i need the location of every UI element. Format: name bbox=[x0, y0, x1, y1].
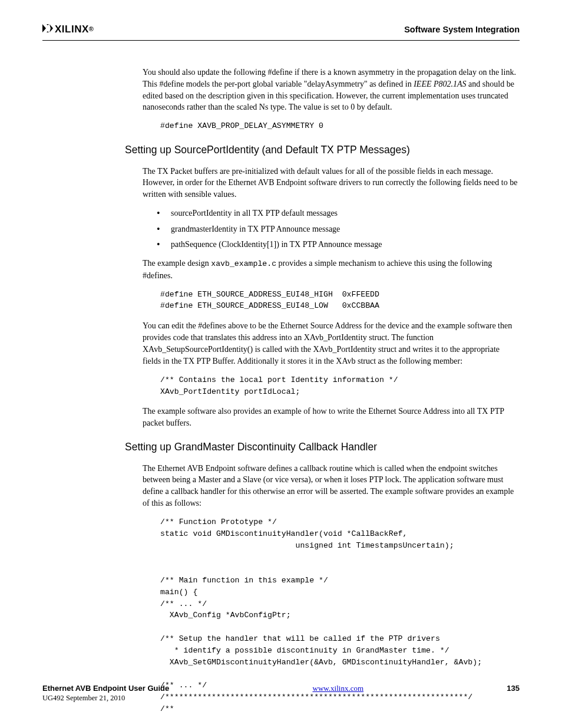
page-header-title: Software System Integration bbox=[404, 24, 520, 35]
list-item: sourcePortIdentity in all TX PTP default… bbox=[157, 207, 520, 219]
list-item: pathSequence (ClockIdentity[1]) in TX PT… bbox=[157, 239, 520, 251]
section-heading: Setting up GrandMaster Discontinuity Cal… bbox=[125, 440, 520, 454]
paragraph: The example design xavb_example.c provid… bbox=[143, 258, 520, 282]
paragraph: The Ethernet AVB Endpoint software defin… bbox=[143, 463, 520, 510]
code-block: #define ETH_SOURCE_ADDRESS_EUI48_HIGH 0x… bbox=[160, 289, 520, 312]
logo-mark-icon bbox=[42, 22, 53, 37]
paragraph: You can edit the #defines above to be th… bbox=[143, 320, 520, 367]
main-content: You should also update the following #de… bbox=[42, 67, 520, 715]
logo-text: XILINX bbox=[55, 22, 89, 37]
paragraph: The TX Packet buffers are pre-initialize… bbox=[143, 166, 520, 201]
footer-link[interactable]: www.xilinx.com bbox=[313, 683, 364, 694]
code-block: #define XAVB_PROP_DELAY_ASYMMETRY 0 bbox=[160, 120, 520, 132]
footer-left: Ethernet AVB Endpoint User Guide UG492 S… bbox=[42, 683, 169, 703]
page-header: XILINX® Software System Integration bbox=[42, 22, 520, 41]
footer-page-number: 135 bbox=[507, 683, 520, 694]
section-heading: Setting up SourcePortIdentity (and Defau… bbox=[125, 143, 520, 157]
list-item: grandmasterIdentity in TX PTP Announce m… bbox=[157, 223, 520, 235]
page-footer: Ethernet AVB Endpoint User Guide UG492 S… bbox=[42, 683, 520, 703]
footer-doc-sub: UG492 September 21, 2010 bbox=[42, 693, 169, 703]
footer-doc-title: Ethernet AVB Endpoint User Guide bbox=[42, 683, 169, 694]
paragraph: You should also update the following #de… bbox=[143, 67, 520, 114]
paragraph: The example software also provides an ex… bbox=[143, 406, 520, 429]
code-block: /** Contains the local port Identity inf… bbox=[160, 374, 520, 398]
xilinx-logo: XILINX® bbox=[42, 22, 94, 37]
bullet-list: sourcePortIdentity in all TX PTP default… bbox=[157, 207, 520, 251]
